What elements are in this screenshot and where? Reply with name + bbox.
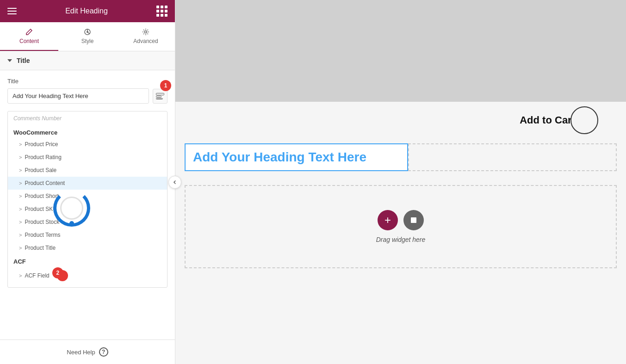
tabs-bar: Content Style Advanced [0,22,175,51]
dropdown-item-label: Product SKU [25,206,56,212]
grid-icon[interactable] [156,6,167,17]
badge-2: 2 [57,270,68,281]
dropdown-item-label: Product Title [25,245,56,251]
tab-advanced-label: Advanced [133,38,158,44]
collapse-arrow-icon [7,59,12,62]
section-title-label: Title [17,57,30,64]
style-icon [83,28,92,36]
svg-rect-3 [156,93,164,95]
tab-advanced[interactable]: Advanced [117,22,175,51]
tab-content-label: Content [19,38,39,44]
widget-drop-area[interactable]: + Drag widget here [185,185,617,268]
svg-rect-5 [156,98,163,99]
badge-1: 1 [160,80,171,91]
list-item[interactable]: > Product Title [8,241,167,254]
list-item[interactable]: > Product Price [8,138,167,151]
title-section: Title 1 [0,70,175,111]
drag-widget-label: Drag widget here [376,236,426,243]
dropdown-item-label: Product Sale [25,167,56,173]
chevron-right-icon: > [19,167,22,173]
dropdown-item-label: Product Rating [25,154,61,160]
hamburger-icon[interactable] [7,8,17,14]
title-input-row: 1 [7,88,167,104]
list-item[interactable]: > Product Sale [8,164,167,177]
dropdown-container: Comments Number WooCommerce > Product Pr… [7,111,167,288]
woocommerce-group-label: WooCommerce [8,125,167,138]
collapse-sidebar-button[interactable] [168,176,181,189]
dropdown-item-label: ACF Field [25,272,49,279]
chevron-right-icon: > [19,232,22,238]
chevron-right-icon: > [19,154,22,160]
loading-spinner [53,190,90,227]
chevron-right-icon: > [19,193,22,199]
chevron-right-icon: > [19,245,22,251]
dropdown-faded-item: Comments Number [8,111,167,125]
widget-buttons-row: + [378,210,424,230]
need-help-label: Need Help [67,349,95,356]
add-widget-button[interactable]: + [378,210,398,230]
title-input[interactable] [7,88,149,104]
svg-point-1 [87,31,88,33]
acf-group-label: ACF [8,254,167,267]
list-item[interactable]: > Product Terms [8,228,167,241]
chevron-right-icon: > [19,142,22,147]
tab-style-label: Style [81,38,94,44]
heading-edit-section: Add Your Heading Text Here [185,143,617,171]
heading-text: Add Your Heading Text Here [193,150,400,165]
dropdown-item-label: Product Terms [25,232,60,238]
list-item[interactable]: > Product Rating [8,151,167,164]
svg-point-2 [145,31,147,33]
chevron-right-icon: > [19,219,22,225]
heading-side-panel [408,143,617,171]
section-title-bar[interactable]: Title [0,51,175,70]
help-icon: ? [99,347,108,357]
canvas-content-area: Add to Cart Add Your Heading Text Here +… [175,102,626,364]
add-to-cart-section: Add to Cart [185,106,617,134]
sidebar: Edit Heading Content Sty [0,0,175,364]
tab-style[interactable]: Style [58,22,117,51]
page-title: Edit Heading [65,7,108,15]
add-to-cart-wrapper: Add to Cart [520,106,598,134]
dropdown-item-label: Product Price [25,141,58,148]
svg-rect-6 [411,217,416,223]
sidebar-header: Edit Heading [0,0,175,22]
chevron-right-icon: > [19,180,22,186]
svg-rect-4 [156,96,161,97]
list-item[interactable]: > ACF Field 2 [8,267,167,284]
add-to-cart-circle-icon [570,106,598,134]
canvas-top-image-placeholder [175,0,626,102]
need-help-section[interactable]: Need Help ? [0,339,175,364]
dropdown-item-label: Product Content [25,180,65,186]
list-item[interactable]: > Product Content [8,177,167,190]
chevron-right-icon: > [19,206,22,212]
heading-edit-box[interactable]: Add Your Heading Text Here [185,143,408,171]
title-field-label: Title [7,78,167,85]
chevron-right-icon: > [19,273,22,278]
main-canvas: Add to Cart Add Your Heading Text Here +… [175,0,626,364]
tab-content[interactable]: Content [0,22,58,51]
gear-icon [142,28,150,36]
add-to-cart-text: Add to Cart [520,114,575,126]
widget-options-button[interactable] [403,210,424,230]
pencil-icon [25,28,33,36]
